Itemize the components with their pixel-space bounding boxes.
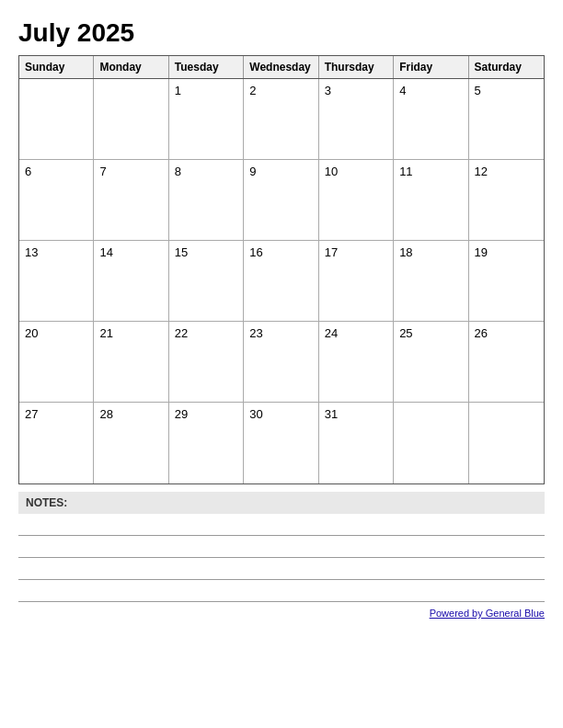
table-row: 4 — [394, 79, 468, 160]
header-sunday: Sunday — [19, 56, 94, 78]
table-row: 21 — [94, 322, 168, 403]
table-row — [94, 79, 168, 160]
notes-line-2 — [18, 538, 545, 558]
table-row — [19, 79, 94, 160]
powered-by-link[interactable]: Powered by General Blue — [430, 608, 545, 619]
table-row: 26 — [469, 322, 544, 403]
notes-line-3 — [18, 560, 545, 580]
calendar: Sunday Monday Tuesday Wednesday Thursday… — [18, 55, 545, 484]
table-row: 11 — [394, 160, 468, 241]
table-row: 8 — [169, 160, 244, 241]
table-row: 14 — [94, 241, 168, 322]
calendar-body: 1 2 3 4 5 6 7 8 9 10 11 12 13 14 15 16 1… — [19, 79, 544, 483]
table-row: 28 — [94, 403, 168, 483]
table-row: 30 — [244, 403, 318, 483]
table-row: 23 — [244, 322, 318, 403]
table-row — [394, 403, 468, 483]
table-row: 29 — [169, 403, 244, 483]
calendar-header: Sunday Monday Tuesday Wednesday Thursday… — [19, 56, 544, 79]
header-saturday: Saturday — [469, 56, 544, 78]
table-row: 13 — [19, 241, 94, 322]
notes-section: NOTES: — [18, 492, 545, 602]
table-row: 17 — [319, 241, 394, 322]
table-row: 25 — [394, 322, 468, 403]
header-friday: Friday — [394, 56, 468, 78]
notes-line-1 — [18, 516, 545, 536]
header-monday: Monday — [94, 56, 168, 78]
table-row: 2 — [244, 79, 318, 160]
table-row: 31 — [319, 403, 394, 483]
page-title: July 2025 — [18, 18, 545, 48]
table-row: 18 — [394, 241, 468, 322]
table-row: 3 — [319, 79, 394, 160]
table-row: 27 — [19, 403, 94, 483]
notes-line-4 — [18, 582, 545, 602]
table-row: 22 — [169, 322, 244, 403]
table-row: 20 — [19, 322, 94, 403]
table-row: 15 — [169, 241, 244, 322]
table-row: 7 — [94, 160, 168, 241]
notes-label: NOTES: — [18, 492, 545, 514]
footer: Powered by General Blue — [18, 608, 545, 619]
table-row: 9 — [244, 160, 318, 241]
header-wednesday: Wednesday — [244, 56, 318, 78]
table-row: 6 — [19, 160, 94, 241]
table-row: 1 — [169, 79, 244, 160]
table-row: 16 — [244, 241, 318, 322]
table-row: 5 — [469, 79, 544, 160]
table-row: 19 — [469, 241, 544, 322]
table-row: 12 — [469, 160, 544, 241]
table-row: 24 — [319, 322, 394, 403]
header-thursday: Thursday — [319, 56, 394, 78]
table-row: 10 — [319, 160, 394, 241]
header-tuesday: Tuesday — [169, 56, 244, 78]
table-row — [469, 403, 544, 483]
